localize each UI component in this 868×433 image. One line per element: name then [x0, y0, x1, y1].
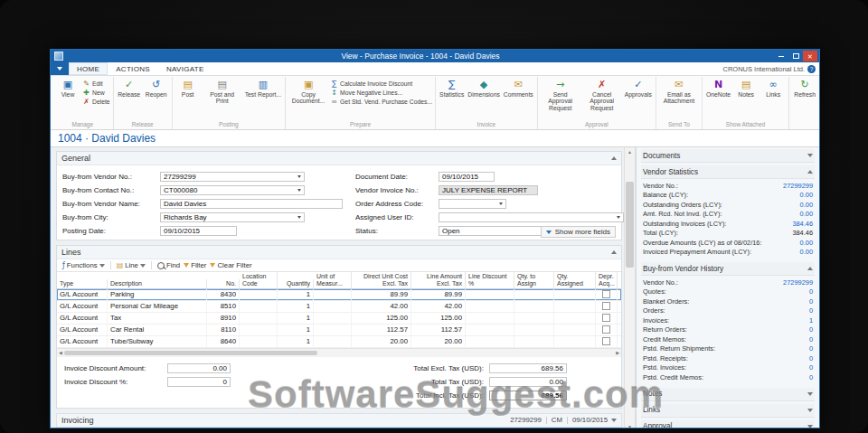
- post-button[interactable]: ▤Post: [175, 77, 202, 98]
- general-header[interactable]: General: [57, 152, 621, 165]
- hscroll-thumb[interactable]: [64, 351, 317, 355]
- depr-checkbox[interactable]: [602, 314, 610, 322]
- minimize-button[interactable]: [774, 51, 788, 61]
- col-depr-acq[interactable]: Depr. Acq...: [596, 272, 618, 288]
- col-location-code[interactable]: Location Code: [240, 272, 278, 288]
- scrollbar-thumb[interactable]: [626, 182, 634, 268]
- factbox-vendor-statistics-header[interactable]: Vendor Statistics: [641, 165, 815, 179]
- reopen-button[interactable]: ↺Reopen: [143, 77, 170, 98]
- document-date-field[interactable]: 09/10/2015: [439, 172, 495, 182]
- depr-checkbox[interactable]: [602, 337, 610, 345]
- collapse-icon[interactable]: [611, 156, 617, 160]
- view-button[interactable]: ▣ View: [54, 77, 81, 98]
- email-as-attachment-button[interactable]: ✉Email as Attachment: [658, 77, 700, 105]
- close-button[interactable]: ✕: [803, 51, 817, 61]
- cancel-approval-request-button[interactable]: ✗Cancel Approval Request: [581, 77, 623, 111]
- table-row[interactable]: G/L Account Personal Car Mileage 8510 1 …: [57, 301, 621, 313]
- buy-from-vendor-name-field[interactable]: David Davies: [160, 199, 343, 209]
- history-value-link[interactable]: 27299299: [783, 278, 813, 287]
- col-qty-assigned[interactable]: Qty. Assigned: [554, 272, 596, 288]
- table-row[interactable]: G/L Account Car Rental 8110 1 112.57 112…: [57, 325, 621, 336]
- vendor-invoice-no-field[interactable]: JULY EXPENSE REPORT: [439, 185, 538, 195]
- history-value-link[interactable]: 1: [809, 316, 813, 325]
- dropdown-arrow-icon[interactable]: [499, 202, 503, 205]
- collapse-icon[interactable]: [611, 250, 617, 254]
- show-more-fields-button[interactable]: Show more fields: [541, 226, 616, 238]
- tab-navigate[interactable]: NAVIGATE: [158, 62, 212, 75]
- depr-checkbox[interactable]: [602, 325, 610, 334]
- links-button[interactable]: ∞Links: [760, 77, 787, 98]
- table-row[interactable]: G/L Account Parking 8430 1 89.99 89.99: [57, 289, 621, 301]
- onenote-button[interactable]: NOneNote: [704, 77, 732, 98]
- maximize-button[interactable]: [788, 51, 803, 61]
- buy-from-vendor-no-field[interactable]: 27299299: [160, 172, 305, 182]
- fasttab-invoicing[interactable]: Invoicing 27299299 CM 09/10/2015: [56, 413, 622, 428]
- col-type[interactable]: Type: [57, 279, 108, 288]
- factbox-links-header[interactable]: Links: [641, 404, 815, 418]
- move-negative-lines-button[interactable]: ↕Move Negative Lines...: [330, 89, 432, 97]
- dropdown-arrow-icon[interactable]: [617, 216, 620, 219]
- approvals-button[interactable]: ✓Approvals: [623, 77, 654, 98]
- assigned-user-id-field[interactable]: [439, 212, 624, 222]
- factbox-approval-header[interactable]: Approval: [641, 420, 815, 429]
- depr-checkbox[interactable]: [602, 302, 610, 310]
- invoice-discount-amount-field[interactable]: 0.00: [167, 363, 231, 373]
- expand-icon[interactable]: [611, 419, 617, 422]
- delete-button[interactable]: ✗Delete: [82, 98, 110, 106]
- history-value-link[interactable]: 0: [809, 354, 813, 362]
- lines-header[interactable]: Lines: [57, 246, 621, 259]
- lines-hscrollbar[interactable]: ◀ ▶: [57, 348, 621, 357]
- comments-button[interactable]: ✉Comments: [502, 77, 535, 98]
- table-row[interactable]: G/L Account Tax 8910 1 125.00 125.00: [57, 313, 621, 325]
- col-line-discount[interactable]: Line Discount %: [466, 272, 514, 288]
- posting-date-field[interactable]: 09/10/2015: [160, 226, 237, 236]
- stat-value-link[interactable]: 0.00: [800, 201, 813, 209]
- buy-from-city-field[interactable]: Richards Bay: [160, 212, 305, 222]
- stat-value-link[interactable]: 27299299: [783, 182, 813, 190]
- stat-value-link[interactable]: 384.46: [792, 220, 813, 228]
- send-approval-request-button[interactable]: →Send Approval Request: [540, 77, 581, 111]
- dropdown-arrow-icon[interactable]: [297, 216, 301, 219]
- clear-filter-button[interactable]: Clear Filter: [210, 261, 251, 269]
- stat-value-link[interactable]: 0.00: [800, 248, 813, 256]
- edit-button[interactable]: ✎Edit: [82, 80, 110, 88]
- history-value-link[interactable]: 0: [809, 297, 813, 306]
- dropdown-arrow-icon[interactable]: [297, 189, 301, 192]
- new-button[interactable]: ✚New: [82, 89, 110, 97]
- stat-value-link[interactable]: 0.00: [800, 191, 813, 199]
- refresh-button[interactable]: ↻Refresh: [791, 77, 818, 98]
- find-button[interactable]: Find: [157, 261, 180, 269]
- order-address-code-field[interactable]: [439, 199, 506, 209]
- col-direct-unit-cost[interactable]: Direct Unit Cost Excl. Tax: [352, 272, 411, 288]
- history-value-link[interactable]: 0: [809, 344, 813, 353]
- factbox-notes-header[interactable]: Notes: [641, 388, 815, 401]
- help-icon[interactable]: ?: [807, 65, 816, 73]
- get-std-vend-purchase-codes-button[interactable]: ≡Get Std. Vend. Purchase Codes...: [330, 98, 432, 106]
- filter-button[interactable]: Filter: [184, 261, 206, 269]
- history-value-link[interactable]: 0: [809, 287, 813, 296]
- post-and-print-button[interactable]: ▤Post and Print: [202, 77, 243, 105]
- app-menu-button[interactable]: [51, 62, 69, 75]
- scroll-up-icon[interactable]: ▲: [627, 147, 632, 156]
- line-menu-button[interactable]: ▤Line: [117, 261, 146, 269]
- statistics-button[interactable]: ∑Statistics: [438, 77, 466, 98]
- test-report-button[interactable]: ▥Test Report...: [243, 77, 283, 98]
- buy-from-contact-no-field[interactable]: CT000080: [160, 185, 305, 195]
- release-button[interactable]: ✓Release: [116, 77, 143, 98]
- table-row[interactable]: G/L Account Tube/Subway 8640 1 20.00 20.…: [57, 336, 621, 348]
- stat-value-link[interactable]: 0.00: [800, 239, 813, 247]
- history-value-link[interactable]: 0: [809, 335, 813, 344]
- col-qty-to-assign[interactable]: Qty. to Assign: [514, 272, 554, 288]
- main-scrollbar[interactable]: ▲ ▼: [624, 147, 636, 428]
- notes-button[interactable]: ▤Notes: [732, 77, 760, 98]
- factbox-vendor-history-header[interactable]: Buy-from Vendor History: [641, 262, 815, 276]
- tab-home[interactable]: HOME: [69, 62, 108, 75]
- history-value-link[interactable]: 0: [809, 363, 813, 372]
- tab-actions[interactable]: ACTIONS: [108, 62, 158, 75]
- copy-document-button[interactable]: ▣Copy Document...: [288, 77, 329, 105]
- functions-menu-button[interactable]: ƒFunctions: [62, 261, 105, 269]
- dimensions-button[interactable]: ◆Dimensions: [466, 77, 502, 98]
- scroll-down-icon[interactable]: ▼: [627, 422, 632, 428]
- clear-filter-button[interactable]: ▼Clear Filter: [818, 77, 819, 98]
- col-line-amount[interactable]: Line Amount Excl. Tax: [411, 272, 466, 288]
